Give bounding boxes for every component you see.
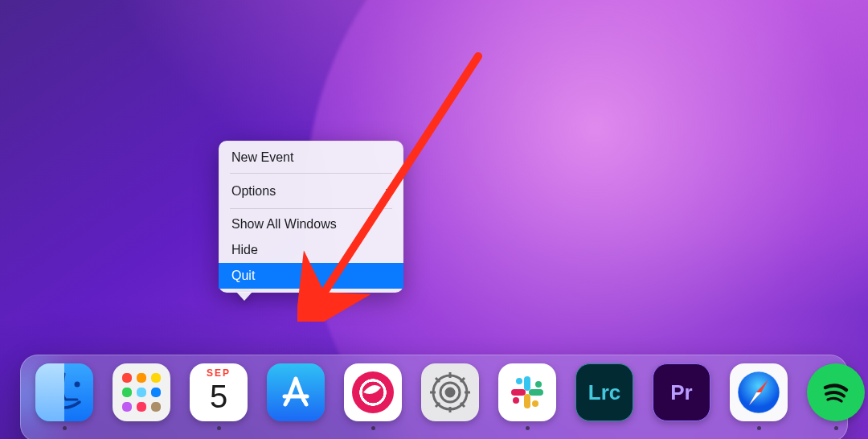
dock-item-finder[interactable] bbox=[35, 363, 93, 430]
menu-item-hide[interactable]: Hide bbox=[219, 237, 403, 263]
menu-item-new-event[interactable]: New Event bbox=[219, 145, 403, 170]
calendar-icon: SEP 5 bbox=[190, 363, 248, 421]
gear-icon bbox=[421, 363, 479, 421]
svg-rect-15 bbox=[529, 389, 543, 396]
adobe-label: Pr bbox=[670, 380, 692, 405]
dock-item-calendar[interactable]: SEP 5 bbox=[190, 363, 248, 430]
running-indicator bbox=[526, 426, 530, 430]
spotify-icon bbox=[807, 363, 865, 421]
menu-item-label: Hide bbox=[231, 243, 258, 257]
dock-item-premiere-pro[interactable]: Pr bbox=[653, 363, 710, 430]
chevron-right-icon: › bbox=[385, 182, 391, 200]
dock-item-app-store[interactable] bbox=[267, 363, 325, 430]
svg-point-5 bbox=[446, 388, 454, 396]
dock-item-slack[interactable] bbox=[498, 363, 556, 430]
svg-point-18 bbox=[516, 378, 522, 384]
menu-item-label: Options bbox=[231, 184, 276, 199]
lightroom-classic-icon: Lrc bbox=[575, 363, 633, 421]
adobe-label: Lrc bbox=[588, 380, 620, 405]
dock-item-skitch[interactable] bbox=[344, 363, 402, 430]
running-indicator bbox=[834, 426, 838, 430]
menu-pointer bbox=[236, 292, 252, 301]
dock-item-launchpad[interactable] bbox=[113, 363, 170, 430]
dock-item-lightroom-classic[interactable]: Lrc bbox=[575, 363, 633, 430]
menu-item-label: Show All Windows bbox=[231, 217, 337, 232]
running-indicator bbox=[757, 426, 761, 430]
finder-icon bbox=[35, 363, 93, 421]
dock-item-safari[interactable] bbox=[730, 363, 788, 430]
svg-point-21 bbox=[513, 397, 519, 404]
calendar-day-label: 5 bbox=[190, 375, 248, 418]
svg-point-19 bbox=[535, 381, 542, 388]
svg-rect-14 bbox=[524, 376, 530, 391]
svg-point-2 bbox=[75, 382, 80, 388]
slack-icon bbox=[498, 363, 556, 421]
app-store-icon bbox=[267, 363, 325, 421]
skitch-icon bbox=[344, 363, 402, 421]
menu-separator bbox=[230, 208, 392, 209]
svg-rect-17 bbox=[511, 389, 526, 396]
launchpad-icon bbox=[113, 363, 170, 421]
running-indicator bbox=[217, 426, 221, 430]
dock-item-spotify[interactable] bbox=[807, 363, 865, 430]
safari-icon bbox=[730, 363, 788, 421]
menu-item-show-all-windows[interactable]: Show All Windows bbox=[219, 211, 403, 237]
menu-item-label: Quit bbox=[231, 269, 255, 283]
menu-separator bbox=[230, 173, 392, 174]
svg-point-1 bbox=[49, 382, 55, 388]
running-indicator bbox=[63, 426, 67, 430]
menu-item-quit[interactable]: Quit bbox=[219, 263, 403, 289]
svg-rect-16 bbox=[524, 394, 530, 408]
dock-context-menu: New Event Options › Show All Windows Hid… bbox=[219, 141, 403, 293]
svg-point-20 bbox=[532, 400, 538, 407]
menu-item-label: New Event bbox=[231, 150, 293, 165]
dock-item-system-settings[interactable] bbox=[421, 363, 479, 430]
premiere-pro-icon: Pr bbox=[653, 363, 710, 421]
dock: SEP 5 bbox=[20, 355, 848, 439]
menu-item-options[interactable]: Options › bbox=[219, 176, 403, 206]
running-indicator bbox=[371, 426, 375, 430]
